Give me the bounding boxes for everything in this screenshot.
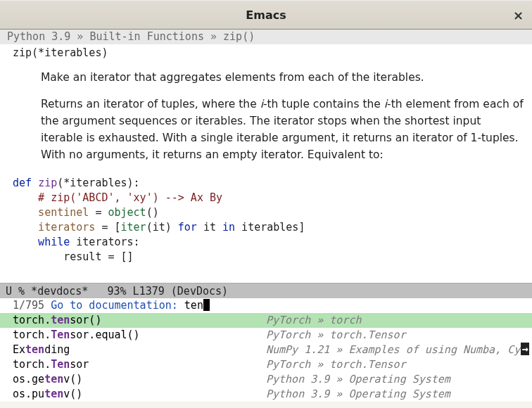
func-name: zip xyxy=(38,177,57,189)
completion-candidate[interactable]: torch.Tensor.equal()PyTorch » torch.Tens… xyxy=(0,328,532,343)
candidate-name: torch.Tensor xyxy=(13,357,266,372)
code-text: (it) xyxy=(146,221,178,234)
code-text: iterables] xyxy=(235,221,305,234)
completion-candidate[interactable]: os.getenv()Python 3.9 » Operating System xyxy=(0,372,532,387)
keyword: while xyxy=(38,236,70,248)
keyword: def xyxy=(13,177,32,189)
candidate-source: PyTorch » torch.Tensor xyxy=(266,357,406,372)
variable: sentinel xyxy=(38,206,89,219)
completion-candidate[interactable]: ExtendingNumPy 1.21 » Examples of using … xyxy=(0,343,532,357)
minibuffer-area[interactable]: 1/795 Go to documentation: ten torch.ten… xyxy=(0,298,532,402)
minibuffer-prompt: Go to documentation: xyxy=(51,299,178,312)
comment: # zip('ABCD', 'xy') --> Ax By xyxy=(38,191,222,204)
candidate-source: Python 3.9 » Operating System xyxy=(266,387,450,402)
code-example: def zip(*iterables): # zip('ABCD', 'xy')… xyxy=(13,176,525,264)
doc-paragraph: Make an iterator that aggregates element… xyxy=(41,69,525,86)
completion-candidate[interactable]: os.putenv()Python 3.9 » Operating System xyxy=(0,387,532,402)
candidate-name: torch.tensor() xyxy=(13,313,266,328)
builtin: iter xyxy=(121,221,146,234)
window-title: Emacs xyxy=(246,8,286,22)
minibuffer-prompt-line[interactable]: 1/795 Go to documentation: ten xyxy=(0,298,532,313)
completion-list[interactable]: torch.tensor()PyTorch » torchtorch.Tenso… xyxy=(0,313,532,402)
doc-text: Returns an iterator of tuples, where the xyxy=(41,98,260,110)
keyword: for xyxy=(178,221,197,234)
function-signature: zip(*iterables) xyxy=(13,44,525,59)
candidate-name: os.putenv() xyxy=(13,387,266,402)
doc-text: -th tuple contains the xyxy=(263,98,384,110)
candidate-count: 1/795 xyxy=(13,299,44,312)
candidate-source: NumPy 1.21 » Examples of using Numba, Cy xyxy=(266,343,520,357)
code-text: = [ xyxy=(95,221,120,234)
keyword: in xyxy=(222,221,235,234)
candidate-source: PyTorch » torch xyxy=(266,313,361,328)
code-text: = xyxy=(89,206,108,219)
code-text: it xyxy=(197,221,222,234)
code-text: () xyxy=(146,206,159,219)
doc-buffer[interactable]: Python 3.9 » Built-in Functions » zip() … xyxy=(0,30,532,283)
doc-content: zip(*iterables) Make an iterator that ag… xyxy=(0,44,532,264)
mode-line: U % *devdocs* 93% L1379 (DevDocs) xyxy=(0,283,532,298)
completion-candidate[interactable]: torch.TensorPyTorch » torch.Tensor xyxy=(0,357,532,372)
builtin: object xyxy=(108,206,146,219)
doc-paragraph: Returns an iterator of tuples, where the… xyxy=(41,96,525,163)
code-text: result = [] xyxy=(63,250,133,263)
cursor xyxy=(203,299,210,311)
candidate-source: PyTorch » torch.Tensor xyxy=(266,328,406,343)
overflow-indicator-icon: → xyxy=(521,343,529,355)
variable: iterators xyxy=(38,221,95,234)
candidate-name: os.getenv() xyxy=(13,372,266,387)
minibuffer-input[interactable]: ten xyxy=(184,299,203,312)
candidate-name: Extending xyxy=(13,343,266,357)
code-text: (*iterables): xyxy=(57,177,139,189)
completion-candidate[interactable]: torch.tensor()PyTorch » torch xyxy=(0,313,532,328)
close-icon[interactable]: × xyxy=(513,8,524,23)
title-bar: Emacs × xyxy=(0,0,532,30)
code-text: iterators: xyxy=(70,236,139,248)
breadcrumb: Python 3.9 » Built-in Functions » zip() xyxy=(0,30,532,44)
candidate-name: torch.Tensor.equal() xyxy=(13,328,266,343)
candidate-source: Python 3.9 » Operating System xyxy=(266,372,450,387)
